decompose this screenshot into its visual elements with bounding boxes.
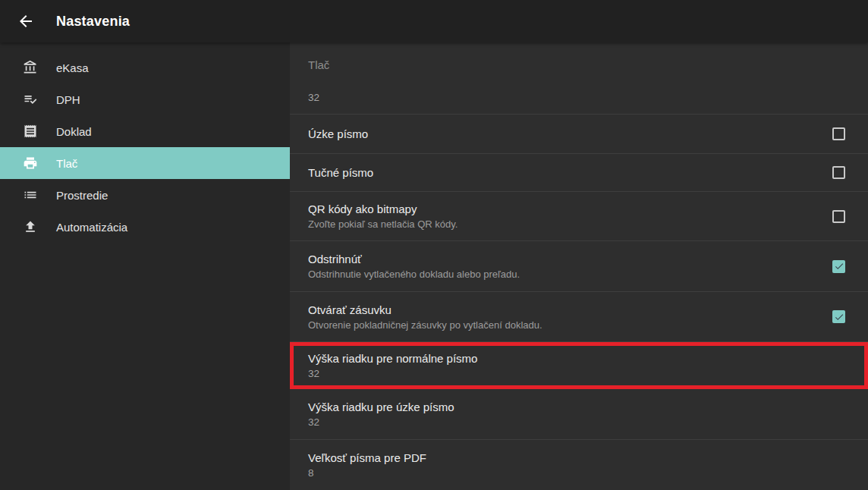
setting-value: 32 [308, 368, 841, 379]
setting-row-bold-font[interactable]: Tučné písmo [290, 154, 868, 192]
setting-row-open-drawer[interactable]: Otvárať zásuvku Otvorenie pokladničnej z… [290, 292, 868, 342]
setting-value: 8 [308, 467, 845, 479]
setting-title: Úzke písmo [308, 127, 820, 140]
page-title: Nastavenia [56, 14, 130, 30]
setting-title: Odstrihnúť [308, 253, 820, 265]
section-title: Tlač [308, 58, 850, 71]
section-value: 32 [308, 92, 850, 103]
checkbox-narrow-font[interactable] [832, 127, 845, 140]
checkbox-qr-bitmaps[interactable] [832, 210, 845, 223]
setting-title: QR kódy ako bitmapy [308, 203, 820, 215]
upload-icon [23, 219, 38, 234]
sidebar-item-label: Automatizácia [56, 221, 127, 234]
sidebar-item-label: DPH [56, 93, 80, 106]
setting-row-line-height-normal[interactable]: Výška riadku pre normálne písmo 32 [290, 342, 868, 389]
sidebar-item-dph[interactable]: DPH [0, 83, 290, 115]
back-arrow-icon[interactable] [17, 12, 35, 30]
settings-sidebar: eKasa DPH Doklad Tlač Prostredie Automat… [0, 42, 290, 490]
settings-content: Tlač 32 Úzke písmo Tučné písmo QR kódy a… [290, 42, 868, 490]
setting-title: Veľkosť písma pre PDF [308, 451, 845, 464]
setting-subtitle: Otvorenie pokladničnej zásuvky po vytlač… [308, 319, 820, 331]
checkbox-bold-font[interactable] [832, 166, 845, 179]
sidebar-item-tlac[interactable]: Tlač [0, 147, 290, 179]
setting-title: Výška riadku pre normálne písmo [308, 352, 841, 365]
check-icon [834, 261, 844, 272]
app-bar: Nastavenia [0, 0, 868, 42]
sidebar-item-label: Doklad [56, 125, 92, 138]
sidebar-item-prostredie[interactable]: Prostredie [0, 179, 290, 211]
setting-subtitle: Zvoľte pokiaľ sa netlačia QR kódy. [308, 218, 820, 230]
check-icon [834, 312, 844, 322]
setting-subtitle: Odstrihnutie vytlačeného dokladu alebo p… [308, 269, 820, 280]
sidebar-item-label: Tlač [56, 157, 77, 170]
checkbox-open-drawer[interactable] [832, 310, 845, 323]
setting-title: Otvárať zásuvku [308, 303, 820, 316]
sidebar-item-automatizacia[interactable]: Automatizácia [0, 211, 290, 243]
sidebar-item-label: eKasa [56, 61, 89, 74]
setting-row-pdf-font-size[interactable]: Veľkosť písma pre PDF 8 [290, 440, 868, 490]
sidebar-item-ekasa[interactable]: eKasa [0, 52, 290, 83]
setting-row-cut[interactable]: Odstrihnúť Odstrihnutie vytlačeného dokl… [290, 241, 868, 292]
setting-row-qr-bitmaps[interactable]: QR kódy ako bitmapy Zvoľte pokiaľ sa net… [290, 192, 868, 241]
setting-row-narrow-font[interactable]: Úzke písmo [290, 115, 868, 154]
sidebar-item-doklad[interactable]: Doklad [0, 115, 290, 147]
checkbox-cut[interactable] [832, 260, 845, 273]
sidebar-item-label: Prostredie [56, 189, 108, 202]
bank-icon [23, 60, 38, 75]
setting-title: Tučné písmo [308, 166, 820, 179]
setting-title: Výška riadku pre úzke písmo [308, 400, 845, 413]
list-icon [23, 187, 38, 203]
setting-value: 32 [308, 416, 845, 428]
tax-check-icon [23, 92, 38, 107]
receipt-icon [23, 124, 38, 139]
section-header: Tlač 32 [290, 42, 868, 115]
printer-icon [23, 155, 38, 171]
setting-row-line-height-narrow[interactable]: Výška riadku pre úzke písmo 32 [290, 389, 868, 440]
